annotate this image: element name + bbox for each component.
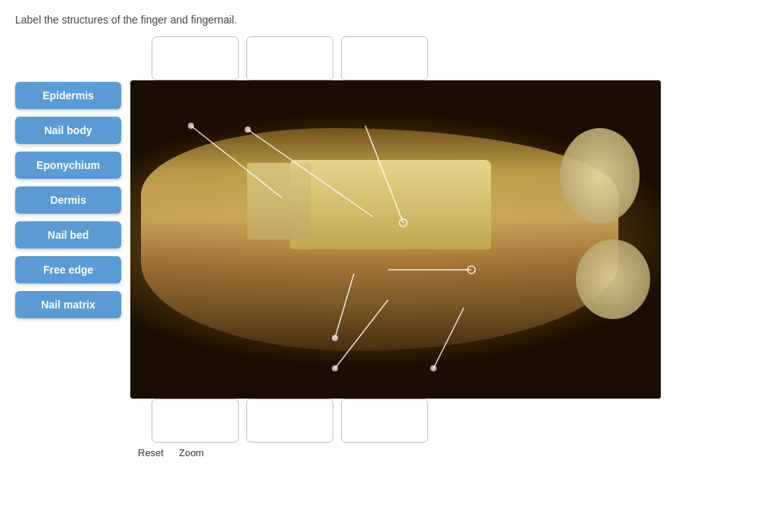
main-area: Epidermis Nail body Eponychium Dermis Na… xyxy=(15,36,761,458)
labels-column: Epidermis Nail body Eponychium Dermis Na… xyxy=(15,82,121,318)
finger-image xyxy=(130,80,661,399)
drop-zone-top-3[interactable] xyxy=(341,36,428,80)
drop-zone-top-2[interactable] xyxy=(246,36,333,80)
bone-area-2 xyxy=(576,239,650,319)
label-eponychium[interactable]: Eponychium xyxy=(15,152,121,179)
drop-zone-bottom-3[interactable] xyxy=(341,399,428,443)
reset-button[interactable]: Reset xyxy=(138,447,164,458)
label-free-edge[interactable]: Free edge xyxy=(15,256,121,283)
nail-root xyxy=(247,163,311,239)
instruction-text: Label the structures of the finger and f… xyxy=(15,14,761,26)
bone-area-1 xyxy=(560,128,640,224)
drop-zone-top-1[interactable] xyxy=(152,36,239,80)
label-nail-bed[interactable]: Nail bed xyxy=(15,221,121,249)
label-dermis[interactable]: Dermis xyxy=(15,186,121,214)
page: Label the structures of the finger and f… xyxy=(0,0,776,472)
label-nail-body[interactable]: Nail body xyxy=(15,117,121,144)
bottom-controls: Reset Zoom xyxy=(130,447,661,458)
label-epidermis[interactable]: Epidermis xyxy=(15,82,121,109)
drop-zone-bottom-1[interactable] xyxy=(152,399,239,443)
drop-zone-bottom-2[interactable] xyxy=(246,399,333,443)
finger-background xyxy=(130,80,661,399)
diagram-container: Reset Zoom xyxy=(130,36,661,458)
nail-area xyxy=(289,160,491,249)
zoom-button[interactable]: Zoom xyxy=(179,447,204,458)
top-drop-zones-row xyxy=(130,36,661,80)
label-nail-matrix[interactable]: Nail matrix xyxy=(15,291,121,318)
bottom-drop-zones-row xyxy=(130,399,661,443)
